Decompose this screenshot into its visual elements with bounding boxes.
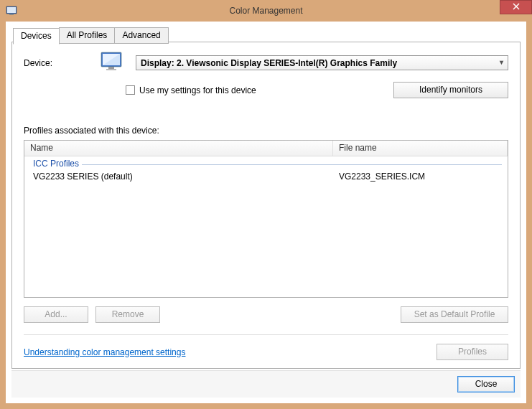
chevron-down-icon: ▾ xyxy=(500,58,503,66)
titlebar[interactable]: Color Management xyxy=(0,0,532,22)
use-my-settings-checkbox[interactable] xyxy=(126,85,135,95)
add-button[interactable]: Add... xyxy=(24,306,88,323)
tab-devices[interactable]: Devices xyxy=(13,28,60,44)
column-header-name[interactable]: Name xyxy=(24,141,333,156)
tab-advanced[interactable]: Advanced xyxy=(114,27,168,44)
svg-rect-2 xyxy=(9,14,14,15)
profiles-section-label: Profiles associated with this device: xyxy=(24,126,508,136)
group-divider xyxy=(82,164,502,165)
column-header-filename[interactable]: File name xyxy=(333,141,508,156)
device-dropdown[interactable]: Display: 2. Viewsonic Display SERIES-Int… xyxy=(136,55,508,70)
device-selected-text: Display: 2. Viewsonic Display SERIES-Int… xyxy=(141,58,397,68)
svg-rect-1 xyxy=(7,7,16,13)
divider xyxy=(24,334,508,335)
svg-rect-9 xyxy=(106,69,116,70)
listview-group-header: ICC Profiles xyxy=(24,156,508,170)
window-title: Color Management xyxy=(0,6,532,16)
help-link[interactable]: Understanding color management settings xyxy=(24,347,185,357)
dialog-body: Devices All Profiles Advanced Device: xyxy=(6,22,526,403)
listview-header: Name File name xyxy=(24,141,508,156)
profiles-listview[interactable]: Name File name ICC Profiles VG2233 SERIE… xyxy=(24,140,508,298)
list-item[interactable]: VG2233 SERIES (default) VG2233_SERIES.IC… xyxy=(24,170,508,183)
close-button[interactable]: Close xyxy=(457,376,515,392)
device-label: Device: xyxy=(24,58,88,68)
set-default-profile-button[interactable]: Set as Default Profile xyxy=(401,306,508,323)
monitor-icon xyxy=(100,51,124,75)
svg-rect-8 xyxy=(108,67,114,69)
profiles-button[interactable]: Profiles xyxy=(437,344,508,360)
tab-bar: Devices All Profiles Advanced xyxy=(13,27,168,44)
tab-all-profiles[interactable]: All Profiles xyxy=(59,27,116,44)
profile-name-cell: VG2233 SERIES (default) xyxy=(24,171,333,182)
remove-button[interactable]: Remove xyxy=(95,306,160,323)
app-icon xyxy=(6,5,17,17)
window-close-button[interactable] xyxy=(500,0,532,14)
color-management-window: Color Management Devices All Profiles Ad… xyxy=(0,0,532,409)
tab-panel-devices: Device: Display: 2. Viewsonic Display SE… xyxy=(11,42,521,369)
use-my-settings-label: Use my settings for this device xyxy=(139,85,256,95)
dialog-footer: Close xyxy=(11,370,521,398)
identify-monitors-button[interactable]: Identify monitors xyxy=(393,82,508,98)
close-icon xyxy=(513,3,520,11)
profile-file-cell: VG2233_SERIES.ICM xyxy=(333,171,508,182)
